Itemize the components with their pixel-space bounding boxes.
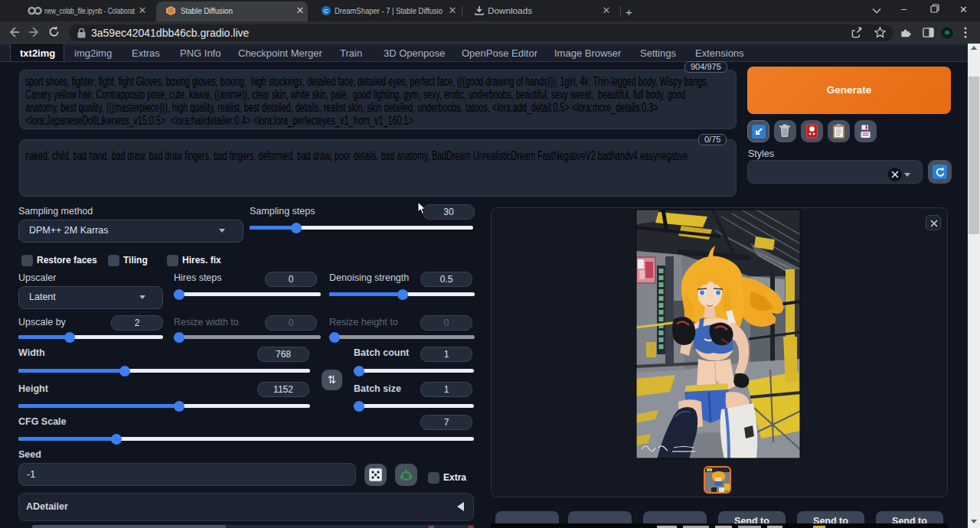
svg-text:C: C [324,8,328,15]
